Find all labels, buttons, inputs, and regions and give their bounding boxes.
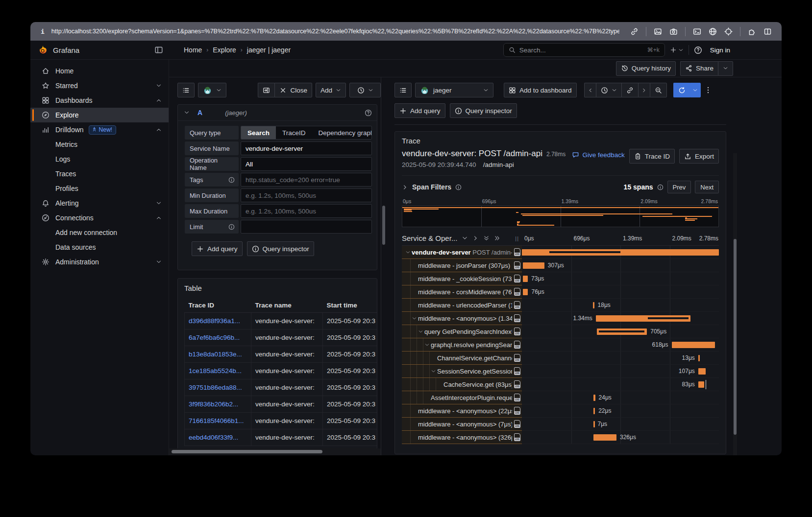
give-feedback-link[interactable]: Give feedback <box>572 151 624 159</box>
camera-icon[interactable] <box>669 27 678 36</box>
query-row-header[interactable]: A (jaeger) <box>178 105 377 121</box>
span-logs-icon[interactable] <box>514 354 520 362</box>
left-pane-scrollbar-thumb[interactable] <box>382 206 385 245</box>
pane-divider[interactable] <box>381 77 387 455</box>
span-filters-toggle[interactable]: Span Filters <box>402 183 462 191</box>
puzzle-icon[interactable] <box>748 27 756 36</box>
span-name-cell[interactable]: CacheService.get (83μs) <box>402 378 522 391</box>
collapse-all-icon[interactable] <box>483 235 490 241</box>
sidebar-item-metrics[interactable]: Metrics <box>30 137 169 152</box>
pane-menu-kebab-icon[interactable] <box>704 86 712 94</box>
sidebar-item-profiles[interactable]: Profiles <box>30 181 169 196</box>
span-timeline-cell[interactable]: 73μs <box>522 272 719 285</box>
span-name-cell[interactable]: middleware - urlencodedParser (18μs) <box>402 299 522 312</box>
span-timeline-cell[interactable]: 705μs <box>522 325 719 338</box>
span-duration-bar[interactable] <box>593 408 595 414</box>
span-name-cell[interactable]: middleware - <anonymous> (1.34ms) <box>402 312 522 325</box>
prev-span-button[interactable]: Prev <box>667 181 691 193</box>
span-logs-icon[interactable] <box>514 275 520 282</box>
sidebar-item-drilldown[interactable]: DrilldownNew! <box>30 122 169 137</box>
breadcrumb-current[interactable]: jaeger | jaeger <box>247 46 291 54</box>
span-timeline-cell[interactable]: 307μs <box>522 259 719 272</box>
query-history-button[interactable]: Query history <box>616 61 676 76</box>
expand-all-icon[interactable] <box>494 235 500 241</box>
copy-time-link-button[interactable] <box>621 83 638 97</box>
share-button[interactable]: Share <box>680 61 718 76</box>
sidebar-item-logs[interactable]: Logs <box>30 152 169 166</box>
columns-icon[interactable] <box>763 27 772 36</box>
link-icon[interactable] <box>630 27 639 36</box>
span-duration-bar[interactable] <box>523 289 528 295</box>
field-input-tags[interactable]: http.status_code=200 error=true <box>241 173 372 187</box>
span-duration-bar[interactable] <box>523 262 544 269</box>
sidebar-item-data-sources[interactable]: Data sources <box>30 240 169 255</box>
span-logs-icon[interactable] <box>514 328 520 335</box>
field-input-min-duration[interactable]: e.g. 1.2s, 100ms, 500us <box>241 188 372 202</box>
span-name-cell[interactable]: middleware - <anonymous> (22μs) <box>402 404 522 418</box>
span-row[interactable]: middleware - _cookieSession (73μs)73μs <box>402 272 719 285</box>
span-timeline-cell[interactable]: 107μs <box>522 365 719 378</box>
zoom-out-button[interactable] <box>650 83 667 97</box>
run-query-interval-button[interactable] <box>690 83 701 97</box>
trace-id-link[interactable]: 3f9f836b206b2... <box>185 396 251 413</box>
span-duration-bar[interactable] <box>593 421 595 427</box>
trace-id-link[interactable]: 1ce185ab5524b... <box>185 363 251 379</box>
tab-search[interactable]: Search <box>241 126 276 139</box>
time-back-button[interactable] <box>584 83 596 97</box>
span-duration-bar[interactable] <box>596 315 690 322</box>
span-logs-icon[interactable] <box>514 288 520 296</box>
span-timeline-cell[interactable]: 1.34ms <box>522 312 719 325</box>
span-logs-icon[interactable] <box>514 301 520 309</box>
sidebar-item-dashboards[interactable]: Dashboards <box>30 93 169 108</box>
span-name-cell[interactable]: graphql.resolve pendingSearchIn <box>402 338 522 352</box>
span-row[interactable]: middleware - <anonymous> (1.34ms)1.34ms <box>402 312 719 325</box>
span-name-cell[interactable]: middleware - jsonParser (307μs) <box>402 259 522 272</box>
span-logs-icon[interactable] <box>514 380 520 388</box>
span-logs-icon[interactable] <box>514 314 520 322</box>
span-row[interactable]: graphql.resolve pendingSearchIn618μs <box>402 338 719 352</box>
span-duration-bar[interactable] <box>593 302 594 308</box>
close-pane-button[interactable]: Close <box>274 83 312 97</box>
export-trace-button[interactable]: Export <box>679 149 719 164</box>
span-name-cell[interactable]: SessionService.getSessionFron <box>402 365 522 378</box>
table-column-header[interactable]: Start time <box>323 298 378 313</box>
span-logs-icon[interactable] <box>514 341 520 349</box>
span-row[interactable]: middleware - urlencodedParser (18μs)18μs <box>402 299 719 312</box>
span-name-cell[interactable]: middleware - <anonymous> (326μs) <box>402 431 522 444</box>
span-timeline-cell[interactable]: 83μs <box>522 378 719 391</box>
span-row[interactable]: middleware - <anonymous> (7μs)7μs <box>402 418 719 431</box>
span-logs-icon[interactable] <box>514 248 520 256</box>
span-timeline-cell[interactable]: 618μs <box>522 338 719 352</box>
span-timeline-cell[interactable]: 24μs <box>522 391 719 404</box>
field-input-operation-name[interactable]: All <box>241 157 372 171</box>
next-span-button[interactable]: Next <box>695 181 719 193</box>
breadcrumb-home[interactable]: Home <box>184 46 202 54</box>
span-logs-icon[interactable] <box>514 394 520 401</box>
minimap-canvas[interactable] <box>402 206 719 227</box>
span-duration-bar[interactable] <box>698 368 706 375</box>
span-duration-bar[interactable] <box>523 276 528 282</box>
span-row[interactable]: query GetPendingSearchIndexUpda705μs <box>402 325 719 338</box>
span-duration-bar[interactable] <box>672 342 715 348</box>
grafana-logo-icon[interactable] <box>37 45 48 55</box>
query-inspector-button[interactable]: Query inspector <box>450 103 517 118</box>
new-button[interactable] <box>670 47 684 53</box>
globe-icon[interactable] <box>709 27 717 36</box>
datasource-picker-left[interactable] <box>198 83 226 97</box>
span-logs-icon[interactable] <box>514 261 520 269</box>
copy-trace-id-button[interactable]: Trace ID <box>629 149 675 164</box>
span-name-cell[interactable]: ChannelService.getChannelFro <box>402 352 522 365</box>
horizontal-scrollbar-thumb[interactable] <box>172 450 322 453</box>
span-timeline-cell[interactable]: 13μs <box>522 352 719 365</box>
span-row[interactable]: vendure-dev-server POST /admin-api (2 <box>402 246 719 259</box>
query-rows-toggle-button[interactable] <box>177 83 195 97</box>
span-name-cell[interactable]: vendure-dev-server POST /admin-api (2 <box>402 246 522 259</box>
sidebar-item-home[interactable]: Home <box>30 64 169 78</box>
span-logs-icon[interactable] <box>514 407 520 415</box>
span-name-cell[interactable]: AssetInterceptorPlugin.requestDidS <box>402 391 522 404</box>
span-row[interactable]: middleware - <anonymous> (22μs)22μs <box>402 404 719 418</box>
span-timeline-cell[interactable]: 76μs <box>522 285 719 299</box>
sign-in-button[interactable]: Sign in <box>710 47 730 54</box>
span-duration-bar[interactable] <box>698 381 704 388</box>
time-range-button[interactable] <box>349 83 381 97</box>
